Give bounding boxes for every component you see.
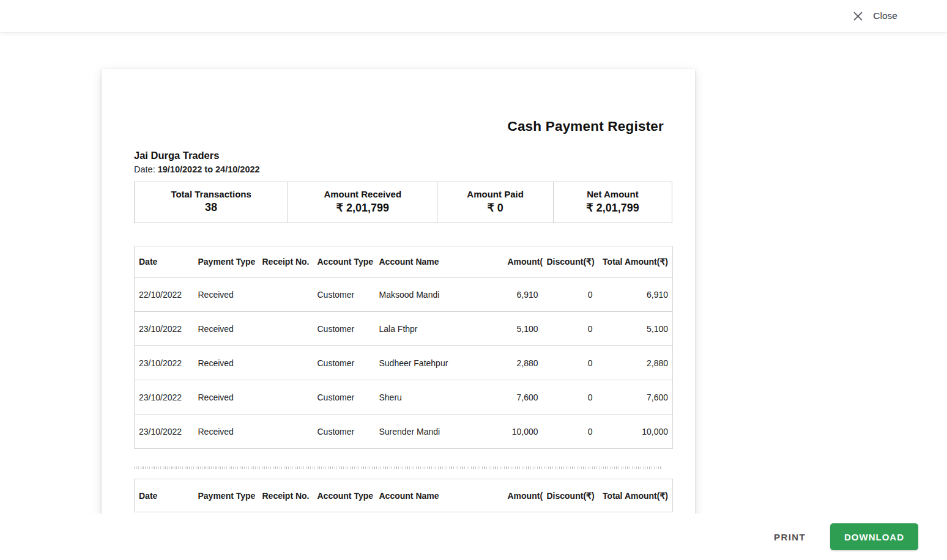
cell-account-name: Lala Fthpr xyxy=(375,312,503,346)
date-range-row: Date: 19/10/2022 to 24/10/2022 xyxy=(134,164,672,174)
cell-total-amount: 5,100 xyxy=(597,312,673,346)
date-label: Date: xyxy=(134,164,155,174)
table-header-row: Date Payment Type Receipt No. Account Ty… xyxy=(135,479,673,512)
date-range-value: 19/10/2022 to 24/10/2022 xyxy=(158,164,260,174)
cell-receipt-no xyxy=(258,346,313,380)
action-bar: PRINT DOWNLOAD xyxy=(0,514,947,560)
cell-date: 23/10/2022 xyxy=(135,380,194,414)
summary-amount-received: Amount Received ₹ 2,01,799 xyxy=(288,182,437,223)
report-page: Cash Payment Register Jai Durga Traders … xyxy=(102,69,695,514)
cell-amount: 6,910 xyxy=(503,278,543,312)
cell-payment-type: Received xyxy=(194,278,258,312)
summary-label: Total Transactions xyxy=(135,189,288,199)
cell-total-amount: 10,000 xyxy=(597,414,673,449)
summary-label: Amount Received xyxy=(288,189,437,199)
download-button[interactable]: DOWNLOAD xyxy=(830,523,918,550)
cell-amount: 5,100 xyxy=(503,312,543,346)
cell-account-name: Sudheer Fatehpur xyxy=(375,346,503,380)
transactions-table-page2: Date Payment Type Receipt No. Account Ty… xyxy=(134,479,673,512)
col-header-amount: Amount(₹) xyxy=(503,479,543,512)
table-row: 23/10/2022 Received Customer Sheru 7,600… xyxy=(135,380,673,414)
cell-date: 23/10/2022 xyxy=(135,312,194,346)
col-header-account-type: Account Type xyxy=(313,479,375,512)
cell-amount: 10,000 xyxy=(503,414,543,449)
close-button[interactable]: Close xyxy=(852,8,899,24)
top-bar: Close xyxy=(0,0,947,32)
cell-receipt-no xyxy=(258,278,313,312)
print-button[interactable]: PRINT xyxy=(765,526,814,548)
report-preview-area[interactable]: Cash Payment Register Jai Durga Traders … xyxy=(0,33,947,514)
col-header-discount: Discount(₹) xyxy=(543,246,597,278)
cell-account-type: Customer xyxy=(313,278,375,312)
cell-account-name: Sheru xyxy=(375,380,503,414)
cell-payment-type: Received xyxy=(194,414,258,449)
cell-total-amount: 2,880 xyxy=(597,346,673,380)
col-header-total-amount: Total Amount(₹) xyxy=(597,479,673,512)
cell-account-name: Maksood Mandi xyxy=(375,278,503,312)
cell-total-amount: 7,600 xyxy=(597,380,673,414)
business-name: Jai Durga Traders xyxy=(134,150,672,161)
summary-net-amount: Net Amount ₹ 2,01,799 xyxy=(553,182,672,223)
cell-discount: 0 xyxy=(543,278,597,312)
cell-date: 23/10/2022 xyxy=(135,346,194,380)
cell-account-type: Customer xyxy=(313,380,375,414)
cell-receipt-no xyxy=(258,312,313,346)
cell-amount: 2,880 xyxy=(503,346,543,380)
cell-discount: 0 xyxy=(543,380,597,414)
summary-amount-paid: Amount Paid ₹ 0 xyxy=(437,182,553,223)
cell-date: 23/10/2022 xyxy=(135,414,194,449)
col-header-payment-type: Payment Type xyxy=(194,479,258,512)
page-break-divider xyxy=(134,466,663,469)
col-header-date: Date xyxy=(135,479,194,512)
close-icon xyxy=(853,11,863,21)
report-title: Cash Payment Register xyxy=(134,69,672,134)
col-header-discount: Discount(₹) xyxy=(543,479,597,512)
cell-receipt-no xyxy=(258,380,313,414)
cell-total-amount: 6,910 xyxy=(597,278,673,312)
col-header-receipt-no: Receipt No. xyxy=(258,479,313,512)
summary-value: ₹ 0 xyxy=(437,201,553,215)
col-header-account-name: Account Name xyxy=(375,479,503,512)
table-row: 23/10/2022 Received Customer Sudheer Fat… xyxy=(135,346,673,380)
cell-payment-type: Received xyxy=(194,380,258,414)
summary-value: ₹ 2,01,799 xyxy=(288,201,437,215)
cell-account-type: Customer xyxy=(313,414,375,449)
cell-date: 22/10/2022 xyxy=(135,278,194,312)
summary-row: Total Transactions 38 Amount Received ₹ … xyxy=(134,182,672,223)
col-header-receipt-no: Receipt No. xyxy=(258,246,313,278)
summary-value: 38 xyxy=(135,201,288,214)
cell-discount: 0 xyxy=(543,414,597,449)
cell-amount: 7,600 xyxy=(503,380,543,414)
cell-account-type: Customer xyxy=(313,312,375,346)
table-row: 23/10/2022 Received Customer Lala Fthpr … xyxy=(135,312,673,346)
col-header-amount: Amount(₹) xyxy=(503,246,543,278)
cell-account-name: Surender Mandi xyxy=(375,414,503,449)
cell-receipt-no xyxy=(258,414,313,449)
table-header-row: Date Payment Type Receipt No. Account Ty… xyxy=(135,246,673,278)
cell-discount: 0 xyxy=(543,312,597,346)
col-header-account-type: Account Type xyxy=(313,246,375,278)
cell-discount: 0 xyxy=(543,346,597,380)
close-label: Close xyxy=(873,10,897,21)
col-header-date: Date xyxy=(135,246,194,278)
cell-payment-type: Received xyxy=(194,312,258,346)
col-header-total-amount: Total Amount(₹) xyxy=(597,246,673,278)
summary-value: ₹ 2,01,799 xyxy=(554,201,672,215)
summary-label: Amount Paid xyxy=(437,189,553,199)
transactions-table: Date Payment Type Receipt No. Account Ty… xyxy=(134,246,673,449)
cell-account-type: Customer xyxy=(313,346,375,380)
col-header-payment-type: Payment Type xyxy=(194,246,258,278)
table-row: 22/10/2022 Received Customer Maksood Man… xyxy=(135,278,673,312)
table-row: 23/10/2022 Received Customer Surender Ma… xyxy=(135,414,673,449)
summary-total-transactions: Total Transactions 38 xyxy=(135,182,288,223)
cell-payment-type: Received xyxy=(194,346,258,380)
col-header-account-name: Account Name xyxy=(375,246,503,278)
summary-label: Net Amount xyxy=(554,189,672,199)
